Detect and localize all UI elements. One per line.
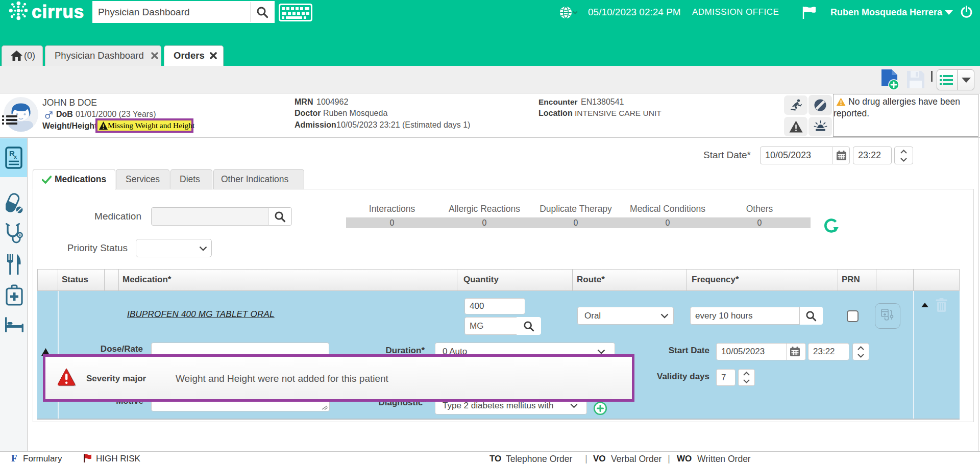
svg-text:x: x [14, 154, 17, 160]
